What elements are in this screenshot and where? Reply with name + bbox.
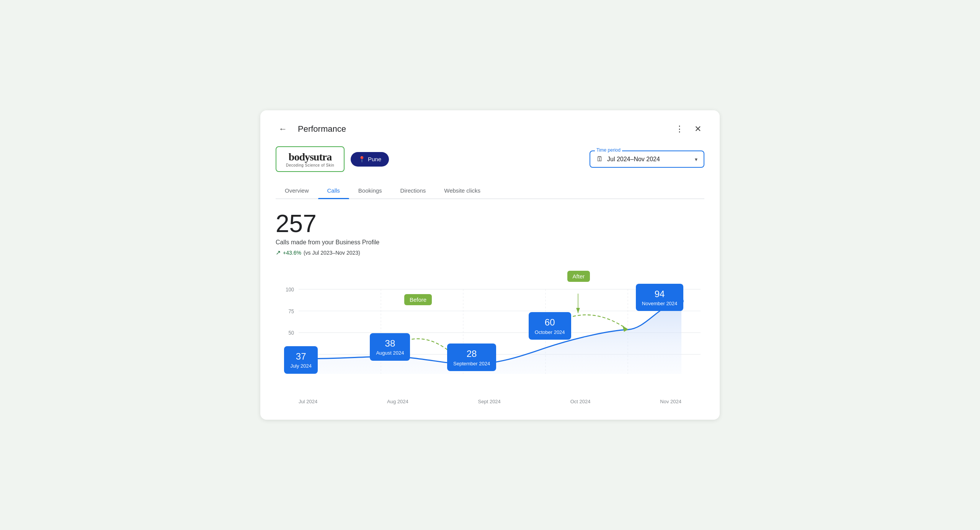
chart-container: 100 75 50 [276,265,704,396]
x-label-nov: Nov 2024 [660,399,681,404]
performance-card: ← Performance ⋮ ✕ bodysutra Decoding Sci… [260,110,720,420]
time-period-select[interactable]: Time period 🗓 Jul 2024–Nov 2024 ▾ [590,150,704,168]
data-point-jul[interactable] [304,356,309,362]
total-calls: 257 [276,211,704,236]
x-label-jul: Jul 2024 [299,399,317,404]
page-title: Performance [298,124,346,134]
location-label: Pune [368,156,381,162]
brand-row: bodysutra Decoding Science of Skin 📍 Pun… [276,146,704,172]
svg-text:50: 50 [289,330,294,336]
tab-overview[interactable]: Overview [276,183,318,198]
tab-bookings[interactable]: Bookings [349,183,391,198]
data-point-nov[interactable] [679,298,684,304]
tab-directions[interactable]: Directions [391,183,435,198]
trend-up-icon: ↗ [276,249,281,256]
logo-text: bodysutra [289,151,332,163]
tabs-bar: Overview Calls Bookings Directions Websi… [276,183,704,199]
calendar-icon: 🗓 [596,155,603,163]
svg-text:100: 100 [286,286,294,293]
stats-section: 257 Calls made from your Business Profil… [276,211,704,256]
header-actions: ⋮ ✕ [672,123,704,136]
time-period-value: Jul 2024–Nov 2024 [607,156,691,163]
tab-website-clicks[interactable]: Website clicks [435,183,490,198]
svg-marker-14 [576,308,580,313]
change-value: +43.6% [283,250,301,256]
svg-text:75: 75 [289,308,294,314]
time-period-label: Time period [595,147,622,153]
back-button[interactable]: ← [276,123,290,136]
logo-sub: Decoding Science of Skin [286,163,334,167]
x-label-oct: Oct 2024 [570,399,591,404]
more-button[interactable]: ⋮ [672,123,687,136]
stats-change: ↗ +43.6% (vs Jul 2023–Nov 2023) [276,249,704,256]
location-pin-icon: 📍 [358,156,366,163]
dropdown-arrow-icon: ▾ [695,156,697,162]
x-axis-labels: Jul 2024 Aug 2024 Sept 2024 Oct 2024 Nov… [276,396,704,404]
stats-description: Calls made from your Business Profile [276,239,704,246]
header-bar: ← Performance ⋮ ✕ [276,123,704,136]
change-comparison: (vs Jul 2023–Nov 2023) [304,250,360,256]
tab-calls[interactable]: Calls [318,183,349,198]
logo-box: bodysutra Decoding Science of Skin [276,146,345,172]
close-button[interactable]: ✕ [691,123,704,136]
location-button[interactable]: 📍 Pune [351,152,389,167]
line-chart: 100 75 50 [276,265,704,396]
x-label-aug: Aug 2024 [387,399,408,404]
x-label-sep: Sept 2024 [478,399,501,404]
